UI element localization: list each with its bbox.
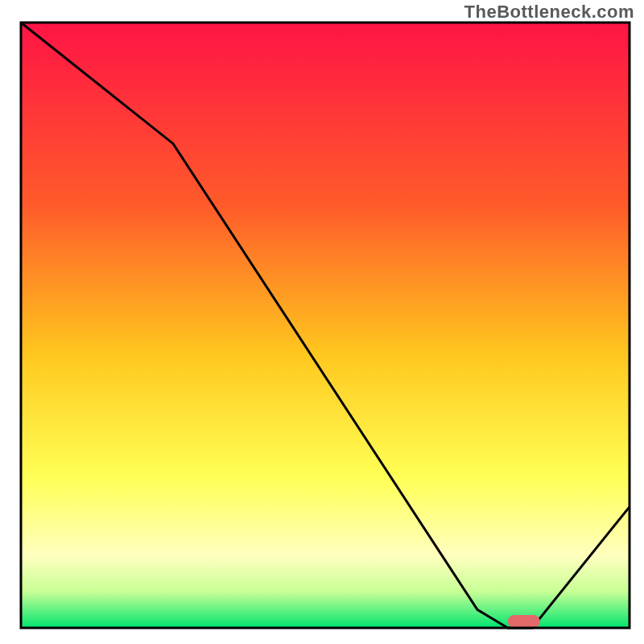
- bottleneck-chart: [0, 0, 644, 644]
- optimal-marker: [508, 615, 540, 628]
- plot-background: [21, 23, 630, 628]
- chart-container: TheBottleneck.com: [0, 0, 644, 644]
